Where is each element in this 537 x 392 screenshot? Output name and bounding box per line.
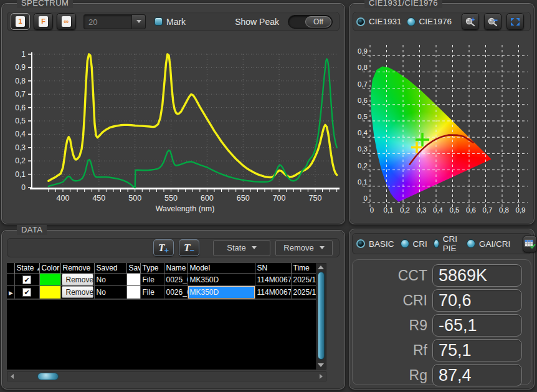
- radio-cie1931[interactable]: CIE1931: [356, 17, 402, 26]
- saved-cell[interactable]: No: [94, 286, 126, 299]
- horizontal-scrollbar-thumb[interactable]: [37, 373, 59, 380]
- tab-basic[interactable]: BASIC: [356, 239, 394, 249]
- col-saved[interactable]: Saved: [94, 263, 126, 274]
- measure-count-select[interactable]: 20: [83, 14, 146, 29]
- spectrum-grid: [32, 54, 338, 186]
- svg-text:0,4: 0,4: [15, 130, 26, 138]
- col-model[interactable]: Model: [188, 263, 255, 274]
- svg-text:0,9: 0,9: [516, 206, 526, 214]
- svg-text:0: 0: [370, 206, 374, 214]
- zoom-in-button[interactable]: +: [462, 13, 479, 30]
- svg-text:0,3: 0,3: [358, 145, 368, 153]
- info-toolbar: BASIC CRI CRI PIE GAI/CRI: [352, 233, 531, 254]
- plus-sign: +: [164, 246, 169, 255]
- remove-cell: Remove: [60, 286, 94, 299]
- mark-label: Mark: [166, 17, 186, 27]
- name-cell[interactable]: 0026_0: [164, 286, 188, 299]
- svg-text:0,7: 0,7: [15, 90, 26, 98]
- scroll-right-icon[interactable]: [320, 374, 323, 379]
- rf-label: Rf: [353, 342, 432, 359]
- zoom-out-button[interactable]: [484, 13, 501, 30]
- model-cell-selected[interactable]: MK350D: [188, 286, 255, 299]
- checkbox-checked-icon[interactable]: ✔: [22, 288, 31, 297]
- export-table-button[interactable]: [523, 236, 537, 252]
- cie-grid: 000,10,10,20,20,30,30,40,40,50,50,60,60,…: [358, 45, 528, 214]
- scroll-down-icon[interactable]: [318, 363, 324, 367]
- col-state[interactable]: State ▲: [14, 263, 39, 274]
- name-cell[interactable]: 0025_0: [164, 274, 188, 286]
- radio-cie1976[interactable]: CIE1976: [407, 17, 452, 26]
- svg-text:0,6: 0,6: [466, 206, 476, 214]
- svg-text:0: 0: [364, 194, 368, 202]
- table-empty-area: [7, 300, 316, 370]
- save-cell[interactable]: [126, 286, 140, 299]
- col-name[interactable]: Name: [164, 263, 188, 274]
- radio-icon: [407, 17, 416, 26]
- gai-cri-tab-label: GAI/CRI: [479, 239, 510, 249]
- time-cell[interactable]: 2025/1: [291, 274, 316, 286]
- type-cell[interactable]: File: [140, 286, 164, 299]
- spectrum-panel: SPECTRUM 1 F ∞ 20 Mark: [1, 3, 345, 224]
- col-type[interactable]: Type: [140, 263, 164, 274]
- mark-checkbox[interactable]: [154, 17, 163, 26]
- svg-text:0,4: 0,4: [433, 206, 444, 214]
- svg-text:0,5: 0,5: [358, 113, 368, 120]
- scroll-up-icon[interactable]: [318, 265, 324, 269]
- tab-gai-cri[interactable]: GAI/CRI: [467, 239, 510, 249]
- cie-toolbar: CIE1931 CIE1976 +: [353, 12, 531, 31]
- color-cell[interactable]: [39, 286, 60, 299]
- remove-dropdown-button[interactable]: Remove: [275, 240, 333, 256]
- remove-row-button[interactable]: Remove: [62, 274, 93, 285]
- tab-cri[interactable]: CRI: [401, 239, 427, 249]
- state-cell[interactable]: ✔: [14, 286, 39, 299]
- svg-text:0,2: 0,2: [358, 162, 368, 170]
- fit-view-button[interactable]: [506, 13, 524, 30]
- data-panel-title: DATA: [17, 225, 47, 235]
- measure-once-button[interactable]: 1: [11, 13, 30, 30]
- model-cell[interactable]: MK350D: [188, 274, 255, 286]
- color-cell[interactable]: [39, 274, 60, 286]
- show-peak-toggle[interactable]: Off: [288, 15, 333, 29]
- type-cell[interactable]: File: [140, 274, 164, 286]
- svg-text:0,5: 0,5: [450, 206, 460, 214]
- chevron-down-icon[interactable]: [131, 15, 145, 29]
- sn-cell[interactable]: 114M0067: [255, 274, 291, 286]
- svg-text:650: 650: [237, 194, 250, 203]
- time-cell[interactable]: 2025/1: [291, 286, 316, 299]
- rf-value: 75,1: [432, 339, 522, 361]
- infinity-icon: ∞: [64, 18, 69, 25]
- tab-cri-pie[interactable]: CRI PIE: [434, 234, 460, 253]
- vertical-scrollbar-thumb[interactable]: [318, 272, 325, 360]
- save-cell[interactable]: [126, 274, 140, 286]
- measure-continuous-button[interactable]: ∞: [57, 13, 76, 30]
- radio-icon: [401, 239, 409, 248]
- state-dropdown-button[interactable]: State: [213, 240, 270, 256]
- state-cell[interactable]: ✔: [14, 274, 39, 286]
- svg-text:0,4: 0,4: [358, 129, 368, 136]
- add-text-button[interactable]: T+: [153, 239, 174, 256]
- col-color[interactable]: Color: [39, 263, 60, 274]
- metric-row-rg: Rg 87,4: [353, 364, 531, 386]
- col-remove[interactable]: Remove: [60, 263, 94, 274]
- table-row: ✔ Remove No File 0025_0 MK350D 114M0067 …: [7, 274, 316, 286]
- svg-text:0,8: 0,8: [15, 77, 26, 85]
- measure-once-glyph: 1: [18, 18, 22, 25]
- col-sn[interactable]: SN: [255, 263, 291, 274]
- data-panel: DATA T+ T− State Remove: [1, 230, 345, 390]
- row-selector-cell[interactable]: ▶: [7, 286, 14, 299]
- horizontal-scrollbar[interactable]: [7, 371, 326, 381]
- measure-flash-button[interactable]: F: [34, 13, 53, 30]
- measurements-table: State ▲ Color Remove Saved Save Type Nam…: [7, 263, 316, 299]
- col-save[interactable]: Save: [126, 263, 140, 274]
- checkbox-checked-icon[interactable]: ✔: [22, 275, 31, 284]
- remove-row-button[interactable]: Remove: [62, 286, 93, 298]
- col-time[interactable]: Time: [291, 263, 316, 274]
- row-selector-cell[interactable]: [7, 274, 14, 286]
- vertical-scrollbar[interactable]: [316, 263, 326, 370]
- scroll-left-icon[interactable]: [11, 374, 14, 379]
- cri-pie-tab-label: CRI PIE: [443, 234, 460, 253]
- cie-panel: CIE1931/CIE1976 CIE1931 CIE1976 +: [349, 3, 535, 224]
- sn-cell[interactable]: 114M0067: [255, 286, 291, 299]
- saved-cell[interactable]: No: [94, 274, 126, 286]
- remove-text-button[interactable]: T−: [179, 239, 199, 256]
